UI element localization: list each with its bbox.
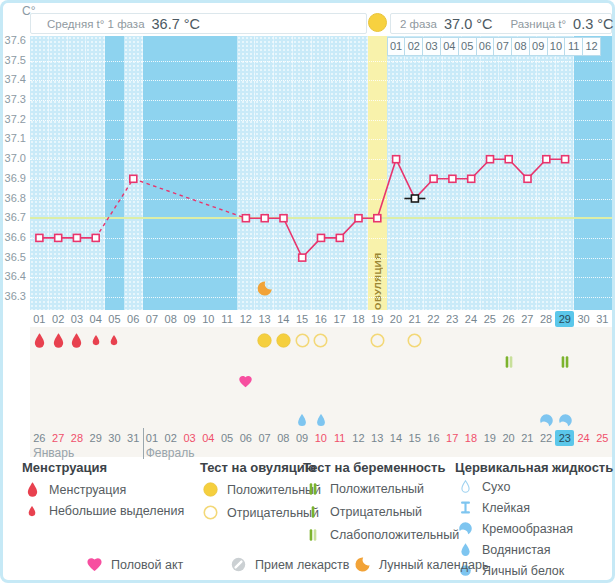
calendar-date-cell[interactable]: 21 (518, 430, 537, 446)
temp-point (543, 156, 550, 163)
temp-point (73, 234, 80, 241)
legend-item: Отрицательный (200, 504, 319, 521)
cycle-day-cell[interactable]: 31 (593, 311, 612, 327)
cycle-day-cell[interactable]: 14 (274, 311, 293, 327)
calendar-date-cell[interactable]: 10 (311, 430, 330, 446)
calendar-date-cell[interactable]: 29 (86, 430, 105, 446)
calendar-date-cell[interactable]: 12 (349, 430, 368, 446)
legend-sticky-icon (455, 500, 475, 515)
calendar-date-cell[interactable]: 03 (180, 430, 199, 446)
calendar-date-cell[interactable]: 27 (49, 430, 68, 446)
cycle-day-cell[interactable]: 20 (387, 311, 406, 327)
cycle-day-cell[interactable]: 21 (405, 311, 424, 327)
cycle-day-cell[interactable]: 16 (311, 311, 330, 327)
calendar-date-cell[interactable]: 18 (462, 430, 481, 446)
calendar-date-cell[interactable]: 23 (555, 430, 574, 446)
cycle-day-cell[interactable]: 11 (218, 311, 237, 327)
cycle-day-cell[interactable]: 06 (124, 311, 143, 327)
cycle-day-cell[interactable]: 26 (499, 311, 518, 327)
legend-item-label: Положительный (330, 482, 424, 496)
cycle-day-cell[interactable]: 04 (86, 311, 105, 327)
cycle-day-cell[interactable]: 12 (236, 311, 255, 327)
legend-drop-red-icon (22, 481, 42, 498)
calendar-date-cell[interactable]: 04 (199, 430, 218, 446)
cycle-day-cell[interactable]: 15 (293, 311, 312, 327)
cycle-day-cell[interactable]: 23 (443, 311, 462, 327)
cycle-day-cell[interactable]: 05 (105, 311, 124, 327)
legend-group-title: Тест на беременность (303, 460, 445, 475)
y-tick-label: 37.5 (0, 54, 26, 66)
ovulation-test-negative-icon (368, 329, 387, 351)
calendar-date-cell[interactable]: 13 (368, 430, 387, 446)
calendar-date-cell[interactable]: 26 (30, 430, 49, 446)
calendar-date-cell[interactable]: 01 (143, 430, 162, 446)
cycle-day-cell[interactable]: 18 (349, 311, 368, 327)
calendar-date-cell[interactable]: 31 (124, 430, 143, 446)
calendar-date-cell[interactable]: 30 (105, 430, 124, 446)
cycle-day-cell[interactable]: 09 (180, 311, 199, 327)
temp-point (318, 234, 325, 241)
phase2-label: 2 фаза (400, 18, 437, 30)
dpo-cell: 02 (404, 37, 423, 56)
temp-point (487, 156, 494, 163)
legend-item: Положительный (303, 481, 424, 497)
cycle-day-cell[interactable]: 29 (555, 311, 574, 327)
cycle-day-cell[interactable]: 13 (255, 311, 274, 327)
legend-item: Сухо (455, 479, 510, 494)
cycle-day-cell[interactable]: 25 (480, 311, 499, 327)
calendar-date-cell[interactable]: 05 (218, 430, 237, 446)
cycle-day-cell[interactable]: 02 (49, 311, 68, 327)
legend-footer-item: Лунный календарь (352, 556, 488, 573)
cycle-day-cell[interactable]: 07 (143, 311, 162, 327)
temp-point (374, 215, 381, 222)
temp-point (449, 175, 456, 182)
cycle-day-cell[interactable]: 17 (330, 311, 349, 327)
calendar-date-cell[interactable]: 11 (330, 430, 349, 446)
calendar-date-cell[interactable]: 22 (537, 430, 556, 446)
calendar-date-cell[interactable]: 07 (255, 430, 274, 446)
cycle-day-cell[interactable]: 22 (424, 311, 443, 327)
phase1-value: 36.7 °C (152, 16, 201, 32)
calendar-date-cell[interactable]: 09 (293, 430, 312, 446)
dpo-cell: 09 (529, 37, 548, 56)
calendar-date-cell[interactable]: 20 (499, 430, 518, 446)
calendar-date-cell[interactable]: 24 (574, 430, 593, 446)
temp-point (55, 234, 62, 241)
ovulation-day-icon (368, 13, 387, 32)
temp-point (336, 234, 343, 241)
cycle-day-cell[interactable]: 24 (462, 311, 481, 327)
calendar-date-cell[interactable]: 15 (405, 430, 424, 446)
cycle-day-cell[interactable]: 10 (199, 311, 218, 327)
legend-drop-blue-icon (455, 542, 475, 557)
legend-item: Водянистая (455, 542, 551, 557)
dpo-cell: 07 (493, 37, 512, 56)
cycle-day-cell[interactable]: 08 (161, 311, 180, 327)
temperature-line[interactable] (30, 36, 612, 310)
calendar-date-cell[interactable]: 25 (593, 430, 612, 446)
calendar-date-cell[interactable]: 06 (236, 430, 255, 446)
cycle-day-cell[interactable]: 30 (574, 311, 593, 327)
symbols-zone: 2627282930310102030405060708091011121314… (30, 327, 612, 457)
calendar-date-cell[interactable]: 14 (387, 430, 406, 446)
calendar-date-cell[interactable]: 16 (424, 430, 443, 446)
cycle-day-cell[interactable]: 03 (68, 311, 87, 327)
month-label: Январь (33, 446, 74, 460)
temp-point (130, 175, 137, 182)
cycle-day-cell[interactable]: 19 (368, 311, 387, 327)
legend-footer-item: Половой акт (84, 556, 183, 573)
calendar-date-cell[interactable]: 28 (68, 430, 87, 446)
calendar-date-cell[interactable]: 17 (443, 430, 462, 446)
cycle-day-cell[interactable]: 01 (30, 311, 49, 327)
cycle-day-cell[interactable]: 27 (518, 311, 537, 327)
calendar-date-cell[interactable]: 02 (161, 430, 180, 446)
menstruation-icon (68, 329, 87, 351)
legend-group-title: Менструация (22, 460, 107, 475)
spotting-icon (86, 329, 105, 351)
temp-point (299, 254, 306, 261)
diff-label: Разница t° (511, 18, 567, 30)
dpo-cell: 06 (476, 37, 495, 56)
calendar-date-cell[interactable]: 19 (480, 430, 499, 446)
cycle-day-cell[interactable]: 28 (537, 311, 556, 327)
legend-creamy-icon (455, 521, 475, 536)
calendar-date-cell[interactable]: 08 (274, 430, 293, 446)
